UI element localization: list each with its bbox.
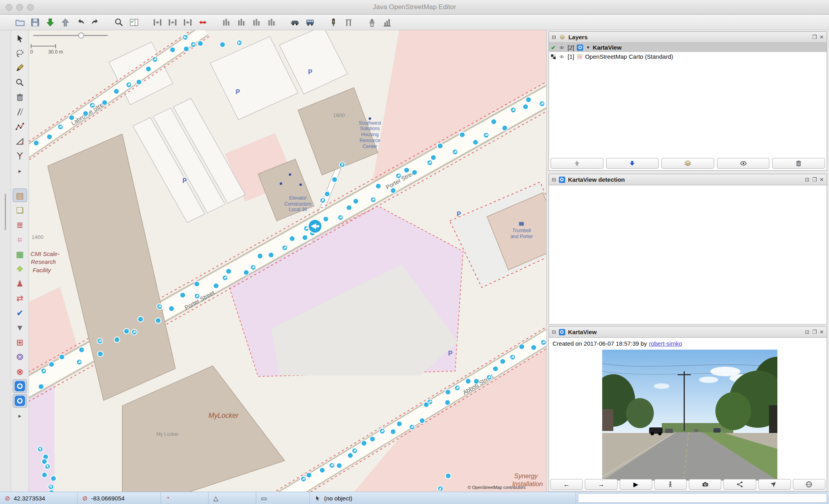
toggle-dialogs-button[interactable] [128, 16, 141, 29]
kartaview-photo-dot[interactable] [226, 269, 232, 274]
kartaview-photo-dot[interactable] [184, 46, 189, 52]
kartaview-photo-dot[interactable] [197, 41, 203, 46]
kartaview-photo-dot[interactable] [412, 169, 417, 175]
imagery-dialog-toggle[interactable]: ❖ [13, 262, 27, 275]
download-data-button[interactable] [44, 16, 57, 29]
kartaview-photo-dot[interactable] [493, 366, 498, 371]
kartaview-photo-dot[interactable] [220, 42, 225, 47]
kartaview-photo-dot[interactable] [473, 379, 479, 384]
kartaview-photo-dot[interactable] [51, 476, 56, 481]
kartaview-photo-dot[interactable] [419, 418, 425, 423]
kartaview-photo-dot[interactable] [243, 270, 249, 275]
draw-node-tool[interactable] [13, 61, 27, 75]
kartaview-photo-dot[interactable] [332, 177, 337, 183]
mappaint-dialog-toggle[interactable]: ▦ [13, 247, 27, 261]
layer-row-carto[interactable]: [1] OpenStreetMap Carto (Standard) [549, 52, 827, 61]
collapse-icon[interactable]: ⊟ [552, 34, 556, 40]
kartaview-photo-dot[interactable] [42, 472, 47, 478]
share-button[interactable] [723, 479, 756, 490]
zoom-tool[interactable] [13, 76, 27, 89]
minimize-window-button[interactable] [16, 4, 23, 11]
kartaview-photo-dot[interactable] [390, 429, 396, 435]
delete-layer-button[interactable] [772, 158, 825, 169]
kartaview-photo-dot[interactable] [306, 472, 312, 478]
power-lines-button[interactable] [365, 16, 379, 29]
kartaview-photo-dot[interactable] [302, 235, 308, 240]
detach-icon[interactable]: ⊡ [805, 177, 810, 183]
kartaview-photo-dot[interactable] [445, 400, 450, 405]
create-multipolygon-button[interactable] [235, 16, 248, 29]
redo-button[interactable] [89, 16, 102, 29]
more-tools-arrow[interactable]: ▸ [13, 164, 27, 177]
street-furniture-button[interactable] [342, 16, 355, 29]
styles-dialog-toggle[interactable]: ❂ [13, 350, 27, 364]
kartaview-photo-dot[interactable] [102, 100, 107, 105]
kartaview-photo-dot[interactable] [257, 253, 263, 259]
kartaview-photo-dot[interactable] [361, 441, 367, 446]
detach-icon[interactable]: ⊡ [805, 329, 810, 335]
kartaview-photo-dot[interactable] [124, 329, 129, 334]
kartaview-photo-dot[interactable] [49, 362, 54, 367]
map-canvas[interactable]: Labrosse StreetPorter StreetPorter Stree… [29, 30, 546, 492]
changeset-dialog-toggle[interactable]: ⊞ [13, 335, 27, 349]
kartaview-photo-dot[interactable] [353, 198, 359, 204]
kartaview-photo-dot[interactable] [138, 316, 143, 322]
authors-dialog-toggle[interactable]: ♟ [13, 277, 27, 290]
splitter-handle[interactable] [5, 194, 6, 230]
kartaview-photo-dot[interactable] [169, 306, 174, 312]
align-nodes-button[interactable] [250, 16, 263, 29]
angle-snap-tool[interactable] [13, 135, 27, 148]
kartaview-viewer-toggle[interactable] [13, 394, 27, 408]
collapse-icon[interactable]: ⊟ [552, 329, 556, 335]
move-layer-down-button[interactable] [606, 158, 659, 169]
dock-icon[interactable]: ❐ [812, 329, 817, 335]
kartaview-photo-dot[interactable] [445, 389, 451, 395]
kartaview-photo-dot[interactable] [59, 354, 65, 360]
kartaview-photo-dot[interactable] [83, 111, 89, 116]
status-help-field[interactable] [578, 493, 827, 503]
kartaview-photo-dot[interactable] [155, 318, 161, 323]
close-window-button[interactable] [6, 4, 12, 11]
kartaview-photo-dot[interactable] [98, 351, 103, 357]
kartaview-photo-dot[interactable] [213, 283, 219, 289]
author-link[interactable]: robert-simko [649, 340, 682, 347]
kartaview-photo-dot[interactable] [194, 281, 199, 287]
save-button[interactable] [29, 16, 42, 29]
more-dialogs-arrow[interactable]: ▸ [13, 409, 27, 422]
join-node-way-button[interactable] [151, 16, 164, 29]
kartaview-photo-dot[interactable] [323, 216, 329, 222]
car-presets-button[interactable] [288, 16, 301, 29]
kartaview-photo-dot[interactable] [38, 384, 44, 389]
reverse-ways-button[interactable] [196, 16, 209, 29]
visibility-eye-icon[interactable] [558, 45, 565, 50]
street-photo[interactable] [602, 350, 777, 481]
play-sequence-button[interactable]: ▶ [620, 479, 652, 490]
close-icon[interactable]: ✕ [819, 177, 824, 183]
kartaview-photo-dot[interactable] [396, 421, 402, 427]
kartaview-photo-dot[interactable] [114, 337, 120, 342]
distribute-nodes-button[interactable] [265, 16, 278, 29]
kartaview-photo-dot[interactable] [79, 347, 84, 353]
kartaview-photo-dot[interactable] [375, 183, 381, 189]
kartaview-photo-dot[interactable] [423, 402, 429, 408]
merge-layers-button[interactable] [661, 158, 714, 169]
kartaview-photo-dot[interactable] [146, 66, 151, 72]
zoom-button[interactable] [112, 16, 126, 29]
open-in-browser-button[interactable] [793, 479, 825, 490]
kartaview-photo-dot[interactable] [466, 379, 471, 384]
visibility-eye-icon[interactable] [558, 54, 565, 59]
unjoin-node-way-button[interactable] [166, 16, 179, 29]
kartaview-photo-dot[interactable] [404, 167, 410, 173]
tags-dialog-toggle[interactable]: ❏ [13, 203, 27, 217]
traffic-signals-button[interactable] [327, 16, 340, 29]
kartaview-photo-dot[interactable] [69, 115, 74, 121]
combine-ways-button[interactable] [181, 16, 194, 29]
kartaview-photo-dot[interactable] [136, 79, 142, 85]
switch-photo-view-button[interactable] [654, 479, 687, 490]
follow-location-button[interactable] [758, 479, 791, 490]
kartaview-photo-dot[interactable] [170, 47, 176, 53]
kartaview-photo-dot[interactable] [33, 140, 39, 146]
delete-tool[interactable] [13, 90, 27, 104]
close-icon[interactable]: ✕ [819, 34, 824, 40]
kartaview-photo-dot[interactable] [325, 191, 330, 197]
